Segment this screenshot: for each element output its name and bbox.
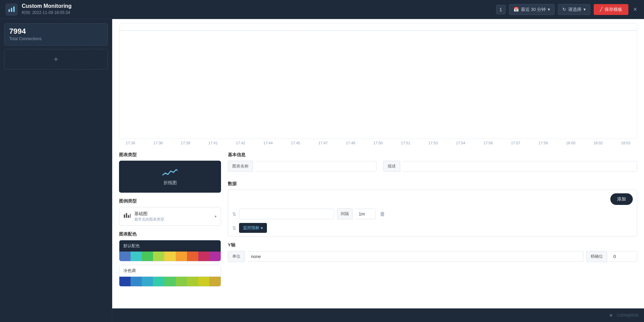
config-panel: 图表类型 折线图 图例类型 <box>112 146 644 308</box>
sort-up-icon: ⇅ <box>232 211 236 217</box>
x-axis-label: 17:41 <box>208 141 218 145</box>
svg-rect-0 <box>9 9 10 12</box>
interval-input[interactable] <box>355 209 376 219</box>
chevron-down-icon: ▾ <box>548 7 550 12</box>
chart-type-title: 图表类型 <box>119 152 221 158</box>
x-axis-label: 17:59 <box>539 141 548 145</box>
cool-color-label: 冷色调 <box>119 265 221 277</box>
unit-select[interactable]: none <box>248 251 583 262</box>
svg-rect-2 <box>13 6 15 12</box>
config-left: 图表类型 折线图 图例类型 <box>119 152 221 303</box>
svg-rect-3 <box>124 214 125 218</box>
header-close-button[interactable]: × <box>632 4 639 15</box>
time-range-btn[interactable]: 📅 最近 30 分钟 ▾ <box>509 4 555 15</box>
chart-name-row: 图表名称 描述 <box>228 161 637 172</box>
color-segment <box>142 277 153 286</box>
svg-rect-6 <box>130 214 131 218</box>
cool-color-card[interactable]: 冷色调 <box>119 265 221 287</box>
plus-icon: + <box>53 54 58 64</box>
app-title: Custom Monitoring <box>22 3 72 9</box>
precision-input[interactable] <box>610 251 637 262</box>
svg-rect-1 <box>11 8 12 12</box>
y-axis-row: 单位 none 精确位 <box>228 251 637 262</box>
unit-label: 单位 <box>228 251 245 262</box>
data-container: 添加 ⇅ 间隔 🗑 ⇅ 监控指 <box>228 190 637 237</box>
legend-name-input[interactable] <box>239 209 334 219</box>
add-data-button[interactable]: 添加 <box>610 193 633 205</box>
color-segment <box>131 277 142 286</box>
color-segment <box>164 252 175 261</box>
default-color-card[interactable]: 默认配色 <box>119 240 221 261</box>
tag-chevron-icon: ▾ <box>261 226 263 230</box>
color-segment <box>198 252 209 261</box>
chart-container <box>119 23 637 139</box>
add-metric-button[interactable]: + <box>4 49 108 69</box>
color-segment <box>164 277 175 286</box>
y-axis-title: Y轴 <box>228 242 637 248</box>
x-axis-label: 18:03 <box>621 141 630 145</box>
legend-type-sub: 最常见的图表类型 <box>134 217 164 222</box>
color-segment <box>209 252 221 261</box>
metric-label: Total Connections <box>9 36 103 41</box>
header-title-block: Custom Monitoring 时间: 2022-11-09 18:05:3… <box>22 3 72 16</box>
color-segment <box>198 277 209 286</box>
data-section: 数据 添加 ⇅ 间隔 🗑 <box>228 181 637 237</box>
chart-type-section: 图表类型 折线图 <box>119 152 221 193</box>
x-axis-label: 17:48 <box>346 141 355 145</box>
color-segment <box>176 252 187 261</box>
bottom-close-button[interactable]: × <box>609 312 612 319</box>
x-axis-label: 18:00 <box>566 141 576 145</box>
data-row-metric: ⇅ 监控指标 ▾ <box>232 223 633 233</box>
legend-type-main: 基础图 <box>134 211 164 217</box>
legend-type-select[interactable]: 基础图 最常见的图表类型 ▾ <box>119 207 221 226</box>
x-axis-label: 17:51 <box>401 141 410 145</box>
desc-label: 描述 <box>383 161 400 172</box>
legend-inner: 基础图 最常见的图表类型 <box>123 211 164 222</box>
header-left: Custom Monitoring 时间: 2022-11-09 18:05:3… <box>5 3 72 16</box>
filter-btn[interactable]: ↻ 请选择 ▾ <box>558 4 590 15</box>
refresh-icon: ↻ <box>562 7 566 12</box>
cool-color-bar <box>119 277 221 286</box>
chevron-down-icon2: ▾ <box>583 7 586 12</box>
config-right: 基本信息 图表名称 描述 数据 添加 <box>228 152 637 303</box>
data-row-1: ⇅ 间隔 🗑 <box>232 208 633 220</box>
color-segment <box>131 252 142 261</box>
calendar-icon: 📅 <box>513 7 519 12</box>
metric-tag-button[interactable]: 监控指标 ▾ <box>239 223 267 233</box>
x-axis-label: 17:57 <box>511 141 521 145</box>
svg-rect-4 <box>126 213 127 218</box>
precision-label: 精确位 <box>586 251 607 262</box>
chart-area: 17:3617:3817:3917:4117:4217:4417:4517:47… <box>112 19 644 146</box>
x-axis-label: 17:53 <box>428 141 438 145</box>
line-chart-card[interactable]: 折线图 <box>119 161 221 193</box>
delete-row-button[interactable]: 🗑 <box>378 210 387 219</box>
color-segment <box>142 252 153 261</box>
slash-icon: ╱ <box>600 7 603 12</box>
logo-icon <box>5 3 18 16</box>
chevron-icon: ▾ <box>215 214 217 219</box>
metric-card-connections[interactable]: 7994 Total Connections <box>4 23 108 46</box>
default-color-bar <box>119 252 221 261</box>
legend-type-title: 图例类型 <box>119 198 221 204</box>
chart-name-label: 图表名称 <box>228 161 253 172</box>
chart-type-label: 折线图 <box>164 180 177 186</box>
x-axis-label: 17:54 <box>456 141 465 145</box>
watermark-text: CSDN@特供 <box>617 313 639 318</box>
x-axis-label: 17:39 <box>181 141 190 145</box>
x-axis-label: 17:45 <box>291 141 300 145</box>
desc-input[interactable] <box>403 161 637 172</box>
color-segment <box>119 252 131 261</box>
chart-name-input[interactable] <box>256 161 376 172</box>
x-axis-label: 17:38 <box>153 141 163 145</box>
save-template-button[interactable]: ╱ 保存模板 <box>594 4 628 15</box>
x-axis-label: 17:50 <box>373 141 383 145</box>
color-segment <box>176 277 187 286</box>
chart-dotted-line <box>119 30 637 31</box>
number-btn[interactable]: 1 <box>496 5 506 14</box>
bottom-bar: × CSDN@特供 <box>112 308 644 322</box>
legend-type-section: 图例类型 <box>119 198 221 226</box>
basic-info-title: 基本信息 <box>228 152 637 158</box>
sort-down-icon: ⇅ <box>232 225 236 231</box>
x-axis-label: 17:44 <box>264 141 273 145</box>
color-segment <box>119 277 131 286</box>
